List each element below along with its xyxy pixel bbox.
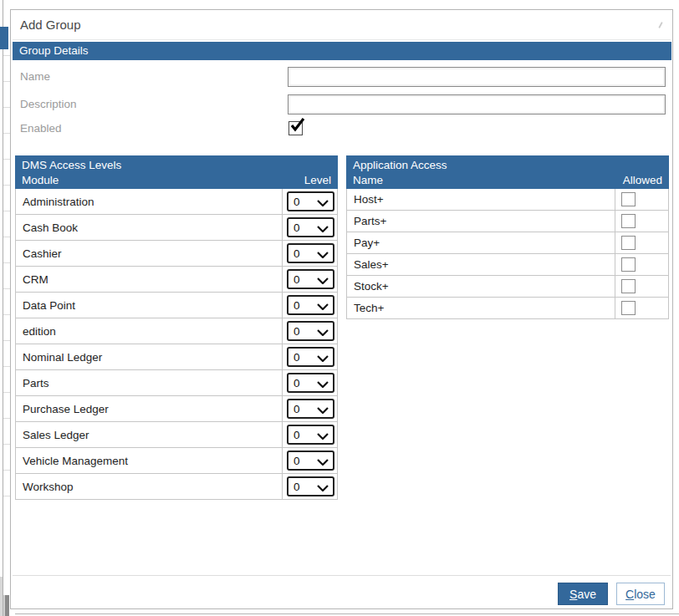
dms-row: Nominal Ledger 0: [16, 344, 337, 370]
module-name: CRM: [16, 267, 282, 292]
dms-row: Sales Ledger 0: [16, 422, 337, 448]
checkmark-icon: [290, 118, 304, 132]
description-label: Description: [20, 94, 77, 115]
app-name: Stock+: [347, 276, 615, 297]
add-group-dialog: Add Group Group Details Name Description…: [10, 9, 673, 609]
module-name: edition: [16, 318, 282, 344]
dialog-title: Add Group: [20, 18, 81, 32]
chevron-down-icon: [317, 303, 329, 310]
module-name: Sales Ledger: [16, 422, 282, 447]
level-column-header: Level: [304, 173, 331, 188]
background-table-rows: [3, 30, 10, 501]
module-name: Cash Book: [16, 215, 282, 240]
allowed-column-header: Allowed: [623, 173, 662, 188]
background-footer-button: [3, 595, 9, 616]
chevron-down-icon: [317, 485, 329, 491]
allowed-checkbox[interactable]: [621, 257, 636, 272]
background-section-bar: [0, 27, 8, 49]
application-access-header: Application Access Name Allowed: [346, 155, 669, 189]
app-row: Tech+: [347, 298, 668, 319]
chevron-down-icon: [317, 329, 329, 336]
app-row: Parts+: [347, 211, 668, 232]
resize-gripper-icon: [658, 22, 663, 28]
chevron-down-icon: [317, 433, 329, 440]
dms-row: Workshop 0: [16, 474, 337, 500]
level-select[interactable]: 0: [287, 321, 334, 341]
close-button[interactable]: Close: [616, 583, 665, 605]
dms-row: Parts 0: [16, 370, 337, 396]
background-bottom-line: [15, 613, 679, 614]
dms-access-header: DMS Access Levels Module Level: [15, 155, 338, 189]
allowed-checkbox[interactable]: [621, 301, 636, 315]
module-name: Workshop: [16, 474, 282, 499]
module-name: Vehicle Management: [16, 448, 282, 473]
allowed-checkbox[interactable]: [621, 279, 636, 293]
level-select[interactable]: 0: [287, 243, 334, 263]
group-details-header: Group Details: [13, 42, 671, 60]
level-select[interactable]: 0: [287, 373, 334, 393]
module-name: Data Point: [16, 293, 282, 318]
app-name: Parts+: [347, 211, 615, 232]
level-select[interactable]: 0: [287, 399, 334, 419]
allowed-checkbox[interactable]: [621, 192, 636, 206]
dms-row: Purchase Ledger 0: [16, 396, 337, 422]
dms-row: Vehicle Management 0: [16, 448, 337, 474]
background-footer-block: [0, 577, 3, 616]
dms-access-rows: Administration 0 Cash Book 0 Cashier 0 C…: [15, 189, 338, 500]
name-input[interactable]: [288, 67, 666, 87]
chevron-down-icon: [317, 459, 329, 466]
title-divider: [13, 39, 671, 40]
footer-divider: [13, 575, 671, 576]
application-access-panel: Application Access Name Allowed Host+ Pa…: [346, 155, 669, 319]
level-select[interactable]: 0: [287, 425, 334, 445]
module-name: Parts: [16, 370, 282, 395]
module-column-header: Module: [22, 173, 59, 188]
name-label: Name: [20, 67, 50, 87]
module-name: Purchase Ledger: [16, 396, 282, 421]
app-row: Stock+: [347, 276, 668, 298]
level-select[interactable]: 0: [287, 217, 334, 237]
dms-access-panel: DMS Access Levels Module Level Administr…: [15, 155, 338, 500]
save-button[interactable]: Save: [558, 583, 608, 605]
app-name: Sales+: [347, 254, 615, 275]
application-access-rows: Host+ Parts+ Pay+ Sales+ Stock+ Tech+: [346, 189, 669, 319]
module-name: Cashier: [16, 241, 282, 266]
module-name: Nominal Ledger: [16, 344, 282, 369]
allowed-checkbox[interactable]: [621, 214, 636, 228]
dms-row: Administration 0: [16, 189, 337, 215]
dms-row: Data Point 0: [16, 293, 337, 318]
enabled-checkbox[interactable]: [288, 121, 303, 135]
app-row: Host+: [347, 189, 668, 211]
allowed-checkbox[interactable]: [621, 236, 636, 250]
level-select[interactable]: 0: [287, 191, 334, 211]
chevron-down-icon: [317, 277, 329, 284]
chevron-down-icon: [317, 355, 329, 362]
chevron-down-icon: [317, 226, 329, 232]
chevron-down-icon: [317, 200, 329, 206]
app-name: Tech+: [347, 298, 615, 318]
level-select[interactable]: 0: [287, 295, 334, 315]
dms-row: Cashier 0: [16, 241, 337, 267]
chevron-down-icon: [317, 252, 329, 258]
dms-row: edition 0: [16, 318, 337, 344]
level-select[interactable]: 0: [287, 269, 334, 289]
name-column-header: Name: [353, 173, 383, 188]
dms-row: Cash Book 0: [16, 215, 337, 241]
module-name: Administration: [16, 189, 282, 214]
chevron-down-icon: [317, 407, 329, 414]
app-name: Host+: [347, 189, 615, 210]
chevron-down-icon: [317, 381, 329, 388]
description-input[interactable]: [288, 94, 666, 115]
level-select[interactable]: 0: [287, 347, 334, 367]
app-row: Sales+: [347, 254, 668, 276]
app-name: Pay+: [347, 232, 615, 253]
dms-row: CRM 0: [16, 267, 337, 293]
level-select[interactable]: 0: [287, 476, 334, 496]
level-select[interactable]: 0: [287, 451, 334, 471]
application-access-title: Application Access: [353, 158, 662, 173]
app-row: Pay+: [347, 232, 668, 254]
enabled-label: Enabled: [20, 119, 62, 139]
dms-access-title: DMS Access Levels: [22, 158, 331, 173]
